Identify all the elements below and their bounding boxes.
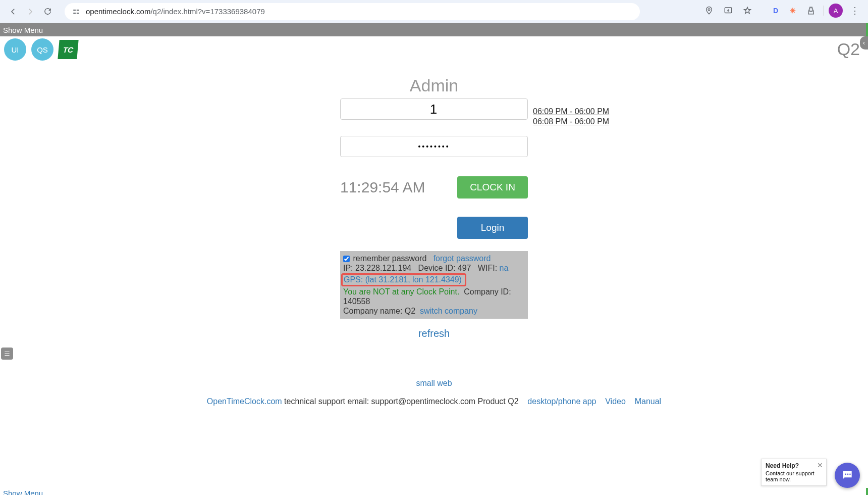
recent-clock-events: 06:09 PM - 06:00 PM 06:08 PM - 06:00 PM xyxy=(533,107,609,127)
footer-home-link[interactable]: OpenTimeClock.com xyxy=(207,397,282,406)
forgot-password-link[interactable]: forgot password xyxy=(433,254,491,263)
ui-badge[interactable]: UI xyxy=(4,38,26,61)
role-label: Admin xyxy=(410,76,458,95)
site-settings-icon[interactable] xyxy=(72,7,81,16)
svg-point-7 xyxy=(847,473,849,475)
help-popover: ✕ Need Help? Contact our support team no… xyxy=(761,459,827,486)
help-subtitle: Contact our support team now. xyxy=(766,470,822,482)
divider xyxy=(823,6,824,16)
clock-event-2[interactable]: 06:08 PM - 06:00 PM xyxy=(533,117,609,126)
svg-rect-1 xyxy=(77,10,79,11)
edge-indicator xyxy=(866,23,868,36)
chat-launcher-icon[interactable] xyxy=(835,463,860,488)
back-button[interactable] xyxy=(5,4,21,20)
install-app-icon[interactable] xyxy=(721,4,735,18)
kebab-menu-icon[interactable]: ⋮ xyxy=(848,4,862,18)
clock-point-warning: You are NOT at any Clock Point. xyxy=(343,287,459,296)
wifi-value-link[interactable]: na xyxy=(500,264,509,272)
clock-event-1[interactable]: 06:09 PM - 06:00 PM xyxy=(533,107,609,116)
svg-rect-0 xyxy=(73,10,76,11)
status-panel: remember password forgot password IP: 23… xyxy=(340,251,528,319)
main-content: Admin 11:29:54 AM CLOCK IN Login 06:09 P… xyxy=(0,76,868,406)
bookmark-star-icon[interactable] xyxy=(740,4,754,18)
app-logo-icon[interactable]: TC xyxy=(58,40,78,59)
svg-point-8 xyxy=(849,473,851,475)
remember-password-checkbox[interactable] xyxy=(343,256,350,262)
url-text: opentimeclock.com/q2/index.html?v=173336… xyxy=(86,7,265,16)
extension-2-icon[interactable]: ✳ xyxy=(787,5,799,17)
remember-password-label: remember password xyxy=(351,254,426,263)
svg-point-6 xyxy=(845,473,846,475)
address-bar[interactable]: opentimeclock.com/q2/index.html?v=173336… xyxy=(65,3,640,20)
switch-company-link[interactable]: switch company xyxy=(420,307,477,315)
forward-button[interactable] xyxy=(22,4,38,20)
svg-rect-2 xyxy=(73,13,76,14)
footer-manual-link[interactable]: Manual xyxy=(635,397,661,406)
bottom-menu-peek[interactable]: Show Menu xyxy=(0,489,868,495)
device-id-label: Device ID: 497 xyxy=(418,264,471,272)
extension-d-icon[interactable]: D xyxy=(770,5,782,17)
footer-support-text: technical support email: support@opentim… xyxy=(282,397,519,406)
clock-in-button[interactable]: CLOCK IN xyxy=(457,176,528,199)
refresh-link[interactable]: refresh xyxy=(418,328,450,339)
side-panel-toggle[interactable]: ‹ xyxy=(860,36,868,49)
footer-video-link[interactable]: Video xyxy=(605,397,626,406)
username-input[interactable] xyxy=(340,98,528,120)
gps-link[interactable]: GPS: (lat 31.2181, lon 121.4349) xyxy=(344,275,462,284)
browser-toolbar: opentimeclock.com/q2/index.html?v=173336… xyxy=(0,0,868,23)
login-button[interactable]: Login xyxy=(457,217,528,239)
password-input[interactable] xyxy=(340,136,528,157)
show-menu-link[interactable]: Show Menu xyxy=(3,26,43,34)
extensions-puzzle-icon[interactable] xyxy=(804,4,818,18)
svg-point-4 xyxy=(708,9,710,11)
footer: OpenTimeClock.com technical support emai… xyxy=(207,397,661,406)
small-web-link[interactable]: small web xyxy=(416,379,452,388)
version-label: Q2 xyxy=(837,39,860,59)
help-close-icon[interactable]: ✕ xyxy=(817,461,823,469)
ip-label: IP: 23.228.121.194 xyxy=(343,264,411,272)
list-toggle-icon[interactable] xyxy=(1,348,13,360)
reload-button[interactable] xyxy=(39,4,56,20)
wifi-label: WIFI: xyxy=(478,264,500,272)
footer-desktop-app-link[interactable]: desktop/phone app xyxy=(527,397,596,406)
current-time-display: 11:29:54 AM xyxy=(340,179,425,196)
bottom-edge-indicator xyxy=(866,488,868,495)
qs-badge[interactable]: QS xyxy=(31,38,53,61)
profile-avatar[interactable]: A xyxy=(829,4,843,18)
company-name-label: Company name: Q2 xyxy=(343,307,415,315)
app-menu-bar: Show Menu xyxy=(0,23,868,36)
help-title: Need Help? xyxy=(766,462,822,469)
svg-rect-3 xyxy=(77,13,79,14)
badge-row: UI QS TC xyxy=(0,36,868,63)
location-icon[interactable] xyxy=(702,4,716,18)
